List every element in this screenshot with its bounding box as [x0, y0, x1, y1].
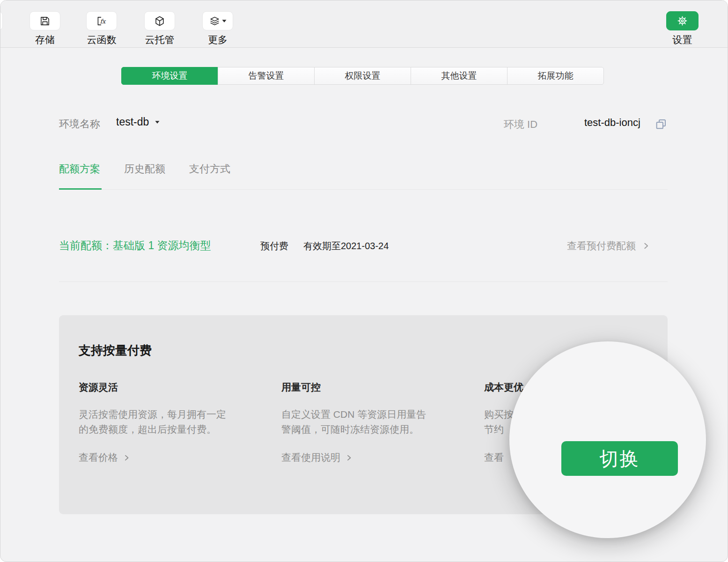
active-subtab-underline: [59, 188, 102, 190]
chevron-right-icon: [642, 242, 650, 250]
toolbar-item-label: 设置: [673, 33, 692, 46]
function-icon: fx: [96, 15, 108, 27]
tab-environment-settings[interactable]: 环境设置: [121, 67, 218, 85]
copy-icon: [654, 118, 668, 131]
svg-text:fx: fx: [100, 17, 107, 24]
layers-icon: [209, 15, 221, 27]
current-quota-text: 当前配额：基础版 1 资源均衡型: [59, 238, 211, 253]
toolbar-item-label: 云托管: [145, 33, 175, 46]
tab-alarm-settings[interactable]: 告警设置: [218, 67, 315, 85]
magnifier-overlay: [509, 341, 706, 538]
subtab-divider: [59, 189, 668, 190]
toolbar-item-label: 更多: [208, 33, 228, 46]
save-icon: [39, 15, 51, 27]
feature-body-line: 灵活按需使用资源，每月拥有一定: [79, 407, 226, 422]
toolbar-item-label: 云函数: [87, 33, 117, 46]
toolbar-item-settings[interactable]: 设置: [666, 11, 699, 46]
chevron-right-icon: [346, 454, 353, 461]
cube-icon: [154, 15, 166, 27]
view-link-partial[interactable]: 查看: [484, 451, 504, 464]
quota-subtab-bar: 配额方案 历史配额 支付方式: [59, 162, 230, 176]
copy-env-id-button[interactable]: [654, 118, 668, 131]
panel-title: 支持按量付费: [79, 342, 152, 359]
view-pricing-link[interactable]: 查看价格: [79, 451, 130, 464]
toolbar-item-storage[interactable]: 存储: [29, 11, 60, 46]
gear-icon: [677, 15, 688, 27]
chevron-down-icon: [222, 20, 227, 22]
tab-permission-settings[interactable]: 权限设置: [314, 67, 411, 85]
toolbar-item-partial[interactable]: [0, 11, 3, 30]
feature-body-line: 的免费额度，超出后按量付费。: [79, 422, 226, 437]
subtab-quota-history[interactable]: 历史配额: [124, 162, 165, 176]
subtab-quota-plan[interactable]: 配额方案: [59, 162, 100, 176]
env-name-dropdown[interactable]: test-db: [116, 116, 160, 128]
env-name-value: test-db: [116, 116, 149, 128]
env-name-label: 环境名称: [59, 117, 100, 131]
feature-body-line: 自定义设置 CDN 等资源日用量告: [281, 407, 426, 422]
view-prepaid-quota-link[interactable]: 查看预付费配额: [567, 239, 650, 252]
settings-tab-bar: 环境设置 告警设置 权限设置 其他设置 拓展功能: [121, 67, 604, 85]
tab-other-settings[interactable]: 其他设置: [411, 67, 507, 85]
env-id-value: test-db-ioncj: [584, 117, 640, 129]
feature-body-line: 警阈值，可随时冻结资源使用。: [281, 422, 426, 437]
billing-mode-text: 预付费: [260, 240, 288, 252]
switch-button[interactable]: 切换: [561, 441, 678, 476]
chevron-down-icon: [155, 121, 160, 123]
toolbar: 存储 fx 云函数: [0, 0, 728, 48]
tab-extension-features[interactable]: 拓展功能: [507, 67, 604, 85]
toolbar-item-label: 存储: [35, 33, 55, 46]
toolbar-partial-box: [0, 11, 3, 30]
chevron-right-icon: [123, 454, 130, 461]
section-divider: [59, 281, 668, 282]
feature-body-line: 购买按: [484, 407, 514, 422]
toolbar-item-cloud-hosting[interactable]: 云托管: [144, 11, 175, 46]
toolbar-item-cloud-function[interactable]: fx 云函数: [86, 11, 117, 46]
view-usage-guide-link[interactable]: 查看使用说明: [281, 451, 353, 464]
console-window: 存储 fx 云函数: [0, 0, 728, 562]
validity-text: 有效期至2021-03-24: [303, 240, 389, 252]
toolbar-item-more[interactable]: 更多: [202, 11, 233, 46]
subtab-payment-method[interactable]: 支付方式: [189, 162, 230, 176]
env-id-label: 环境 ID: [504, 118, 537, 132]
